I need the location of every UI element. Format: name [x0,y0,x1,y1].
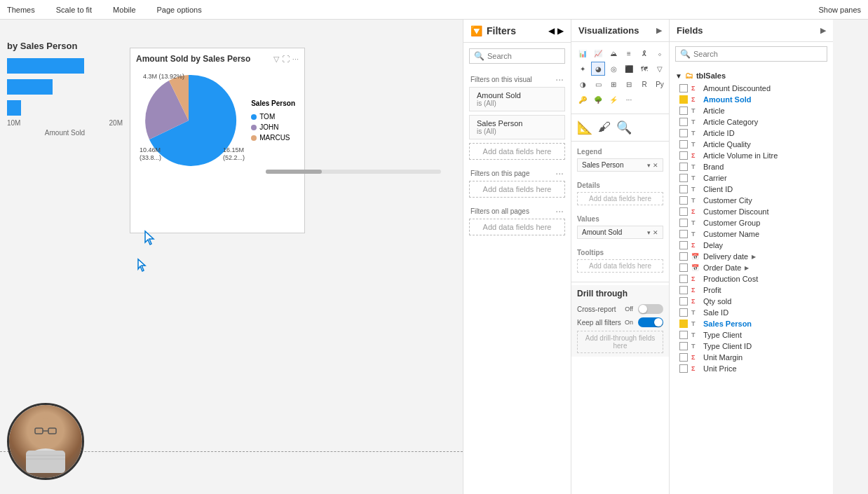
field-checkbox-8[interactable] [679,174,688,182]
field-checkbox-23[interactable] [679,342,688,350]
field-item-customer-group[interactable]: TCustomer Group [670,217,833,228]
field-checkbox-3[interactable] [679,118,688,126]
field-item-article-quality[interactable]: TArticle Quality [670,139,833,150]
keep-all-filters-toggle[interactable] [638,317,663,327]
field-item-qty-sold[interactable]: ΣQty sold [670,296,833,307]
values-field-box[interactable]: Amount Sold ▾ ✕ [577,226,663,239]
field-checkbox-14[interactable] [679,241,688,249]
viz-area-chart[interactable]: ⛰ [606,46,621,60]
viz-map[interactable]: 🗺 [637,62,651,76]
filters-nav-arrows[interactable]: ◀ ▶ [548,26,564,36]
field-item-client-id[interactable]: TClient ID [670,184,833,195]
field-checkbox-11[interactable] [679,207,688,216]
viz-decomp-tree[interactable]: 🌳 [591,92,605,107]
viz-r-script[interactable]: R [637,77,651,91]
viz-card[interactable]: ▭ [591,77,605,91]
values-field-controls[interactable]: ▾ ✕ [647,229,658,236]
fields-search-input[interactable] [693,50,822,58]
field-item-amount-sold[interactable]: ΣAmount Sold [670,94,833,105]
fields-search-box[interactable]: 🔍 [675,46,827,62]
field-checkbox-1[interactable] [679,95,688,104]
field-item-production-cost[interactable]: ΣProduction Cost [670,273,833,284]
field-checkbox-24[interactable] [679,353,688,362]
field-item-profit[interactable]: ΣProfit [670,284,833,296]
field-checkbox-6[interactable] [679,151,688,160]
pie-card-icons[interactable]: ▽ ⛶ ··· [273,55,299,64]
legend-field-box[interactable]: Sales Person ▾ ✕ [577,158,663,172]
add-allpages-field[interactable]: Add data fields here [469,219,565,235]
viz-matrix[interactable]: ⊟ [622,77,636,91]
field-checkbox-13[interactable] [679,230,688,238]
field-checkbox-10[interactable] [679,196,688,205]
field-checkbox-21[interactable] [679,320,688,328]
viz-treemap[interactable]: ⬛ [622,62,636,76]
field-item-delay[interactable]: ΣDelay [670,240,833,251]
expand-chevron-15[interactable]: ▶ [752,254,756,260]
viz-gauge[interactable]: ◑ [576,77,590,91]
field-item-carrier[interactable]: TCarrier [670,172,833,184]
details-empty[interactable]: Add data fields here [577,192,663,205]
filters-nav-left[interactable]: ◀ [548,26,555,36]
field-item-customer-city[interactable]: TCustomer City [670,195,833,206]
viz-build-icon[interactable]: 📐 [577,120,592,135]
field-checkbox-20[interactable] [679,308,688,317]
viz-table[interactable]: ⊞ [606,77,621,91]
viz-bar-horiz[interactable]: ≡ [622,46,636,60]
filter-amount-sold[interactable]: Amount Sold is (All) [469,87,565,111]
field-checkbox-5[interactable] [679,140,688,149]
field-item-type-client[interactable]: TType Client [670,329,833,341]
field-item-customer-discount[interactable]: ΣCustomer Discount [670,206,833,217]
topbar-themes[interactable]: Themes [7,6,35,14]
more-icon[interactable]: ··· [292,55,299,64]
viz-bar-chart[interactable]: 📊 [576,46,590,60]
viz-scatter[interactable]: ✦ [576,62,590,76]
field-item-article-category[interactable]: TArticle Category [670,116,833,128]
field-checkbox-0[interactable] [679,84,688,92]
viz-ai-smart[interactable]: ⚡ [606,92,621,107]
filters-nav-right[interactable]: ▶ [557,26,564,36]
field-checkbox-22[interactable] [679,331,688,339]
field-item-customer-name[interactable]: TCustomer Name [670,228,833,240]
field-checkbox-25[interactable] [679,364,688,373]
field-item-order-date[interactable]: 📅Order Date▶ [670,262,833,273]
topbar-mobile[interactable]: Mobile [113,6,135,14]
field-item-article-volume-in-litre[interactable]: ΣArticle Volume in Litre [670,150,833,161]
field-item-unit-price[interactable]: ΣUnit Price [670,363,833,374]
pie-chart-card[interactable]: Amount Sold by Sales Perso ▽ ⛶ ··· [130,48,305,233]
filter-icon[interactable]: ▽ [273,55,279,64]
field-item-sales-person[interactable]: TSales Person [670,318,833,329]
canvas-area[interactable]: by Sales Person 10M 20M Amount Sold [0,20,463,494]
fields-table-group[interactable]: ▼ 🗂 tblSales [670,69,833,83]
filter-page-more[interactable]: ··· [555,167,564,179]
viz-key-influencers[interactable]: 🔑 [576,92,590,107]
field-checkbox-9[interactable] [679,185,688,193]
field-checkbox-4[interactable] [679,129,688,137]
field-item-sale-id[interactable]: TSale ID [670,307,833,318]
field-item-article[interactable]: TArticle [670,105,833,116]
field-item-delivery-date[interactable]: 📅Delivery date▶ [670,251,833,262]
values-chevron[interactable]: ▾ [647,229,651,236]
viz-custom-visual[interactable]: ··· [622,92,636,107]
viz-line-chart[interactable]: 📈 [591,46,605,60]
filter-visual-more[interactable]: ··· [555,74,564,85]
expand-icon[interactable]: ⛶ [282,55,290,64]
viz-pie-chart[interactable]: ◕ [591,62,605,76]
field-item-brand[interactable]: TBrand [670,161,833,172]
viz-waterfall[interactable]: ⬦ [653,46,667,60]
filters-search-box[interactable]: 🔍 [469,48,565,64]
field-item-unit-margin[interactable]: ΣUnit Margin [670,352,833,363]
fields-panel-arrow[interactable]: ▶ [820,26,826,35]
field-checkbox-2[interactable] [679,107,688,115]
viz-python[interactable]: Py [653,77,667,91]
topbar-page-options[interactable]: Page options [157,6,202,14]
viz-analytics-icon[interactable]: 🔍 [616,120,632,135]
viz-panel-arrow[interactable]: ▶ [656,26,662,35]
field-checkbox-15[interactable] [679,252,688,261]
field-item-type-client-id[interactable]: TType Client ID [670,341,833,352]
pie-scrollbar[interactable] [266,170,441,174]
field-checkbox-17[interactable] [679,275,688,283]
viz-funnel[interactable]: ▽ [653,62,667,76]
add-visual-field[interactable]: Add data fields here [469,143,565,160]
field-item-amount-discounted[interactable]: ΣAmount Discounted [670,83,833,94]
values-remove[interactable]: ✕ [653,229,658,236]
